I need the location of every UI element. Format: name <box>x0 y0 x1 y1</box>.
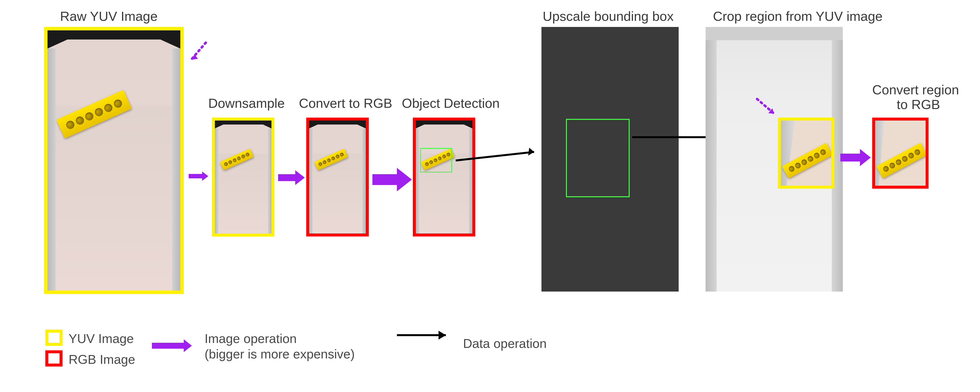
panel-object-detection <box>413 118 475 236</box>
lego-brick <box>877 143 928 178</box>
arrow-downsample <box>189 172 208 181</box>
legend-label-data-op: Data operation <box>463 336 547 351</box>
legend-label-image-op-1: Image operation <box>205 331 297 346</box>
label-convert-region-rgb-1: Convert region <box>872 82 959 97</box>
panel-upscale-bbox <box>541 27 679 292</box>
panel-downsampled-yuv <box>212 118 274 236</box>
panel-raw-yuv <box>44 27 184 294</box>
crop-rgb <box>872 118 929 189</box>
svg-marker-9 <box>439 331 446 339</box>
arrow-object-detection <box>372 168 412 191</box>
label-raw-yuv: Raw YUV Image <box>60 9 158 24</box>
panel-converted-rgb <box>306 118 369 236</box>
legend-label-yuv: YUV Image <box>68 331 134 346</box>
crop-yuv <box>778 118 834 189</box>
legend-arrow-image-op <box>152 339 192 352</box>
detection-bbox <box>420 148 452 172</box>
label-upscale: Upscale bounding box <box>542 9 673 24</box>
label-convert-region-rgb-2: to RGB <box>897 97 940 112</box>
label-crop-yuv: Crop region from YUV image <box>713 9 883 24</box>
legend-swatch-rgb <box>45 351 62 367</box>
chute-bg <box>48 30 180 290</box>
legend-label-image-op-2: (bigger is more expensive) <box>205 347 355 362</box>
label-object-detection: Object Detection <box>402 96 500 111</box>
svg-marker-3 <box>528 148 534 156</box>
svg-line-2 <box>456 152 534 161</box>
label-downsample: Downsample <box>208 96 285 111</box>
legend-label-rgb: RGB Image <box>68 352 135 367</box>
upscaled-bbox <box>566 119 630 197</box>
arrow-convert-crop-rgb <box>840 149 871 166</box>
arrow-convert-rgb <box>278 170 305 185</box>
legend-swatch-yuv <box>45 330 62 346</box>
label-convert-rgb: Convert to RGB <box>299 96 392 111</box>
